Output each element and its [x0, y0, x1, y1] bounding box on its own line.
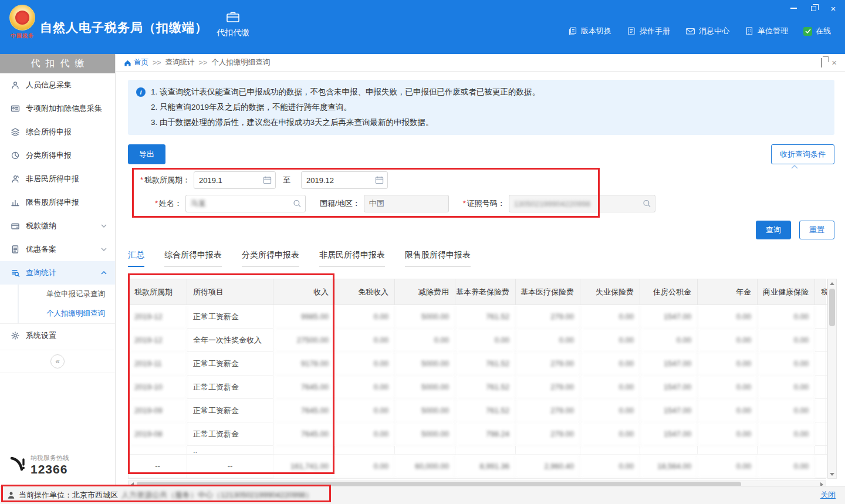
- sidebar-item-unit-report-query[interactable]: 单位申报记录查询: [18, 285, 115, 304]
- hotline-label: 纳税服务热线: [31, 454, 69, 462]
- table-row[interactable]: 2019-12正常工资薪金9985.000.005000.00761.52279…: [129, 305, 826, 329]
- sidebar-item-preferential-filing[interactable]: 优惠备案: [0, 238, 115, 261]
- total-row[interactable]: ----161,741.000.0060,000.008,991.362,960…: [129, 455, 826, 478]
- online-status[interactable]: 在线: [803, 26, 831, 36]
- search-icon[interactable]: [643, 199, 651, 208]
- layers-icon: [11, 127, 20, 137]
- column-header[interactable]: 免税收入: [335, 279, 395, 305]
- hotline-block: 纳税服务热线 12366: [8, 454, 69, 476]
- sidebar-item-system-settings[interactable]: 系统设置: [0, 324, 115, 347]
- sidebar-item-comprehensive-income[interactable]: 综合所得申报: [0, 120, 115, 144]
- column-header[interactable]: 年金: [698, 279, 758, 305]
- table-cell: 7645.00: [273, 422, 335, 446]
- tab-comprehensive-income[interactable]: 综合所得申报表: [164, 250, 222, 267]
- vertical-scrollbar[interactable]: [827, 279, 837, 479]
- building-icon: [745, 26, 754, 36]
- column-header[interactable]: 住房公积金: [640, 279, 698, 305]
- panel-restore-icon[interactable]: [821, 59, 822, 67]
- table-cell: [815, 329, 827, 352]
- table-cell: 761.52: [455, 399, 516, 422]
- breadcrumb-home-link[interactable]: 首页: [124, 57, 148, 67]
- scroll-up-icon[interactable]: [828, 279, 836, 287]
- nav-tab-withholding[interactable]: 代扣代缴: [207, 11, 259, 38]
- column-header[interactable]: 所得项目: [187, 279, 273, 305]
- column-header[interactable]: 收入: [273, 279, 335, 305]
- column-header[interactable]: 商业健康保险: [758, 279, 815, 305]
- tab-summary[interactable]: 汇总: [128, 250, 144, 267]
- sidebar-item-personal-withholding-query[interactable]: 个人扣缴明细查询: [18, 304, 115, 323]
- calendar-icon[interactable]: [263, 176, 272, 185]
- sidebar-item-restricted-stock[interactable]: 限售股所得申报: [0, 191, 115, 214]
- column-header[interactable]: 失业保险费: [580, 279, 640, 305]
- table-cell: 7645.00: [273, 376, 335, 399]
- breadcrumb-item-current: 个人扣缴明细查询: [211, 57, 270, 67]
- table-cell: 279.00: [516, 422, 580, 446]
- nationality-label: 国籍/地区：: [320, 198, 360, 209]
- table-cell: 0.00: [758, 305, 815, 329]
- minimize-icon[interactable]: [789, 4, 798, 13]
- top-link-label: 消息中心: [699, 26, 729, 36]
- table-cell: 0.00: [455, 329, 516, 352]
- table-cell: 5000.00: [395, 422, 455, 446]
- sidebar-item-special-deduction[interactable]: 专项附加扣除信息采集: [0, 97, 115, 120]
- period-from-input[interactable]: 2019.1: [194, 171, 276, 189]
- required-asterisk: *: [463, 199, 466, 208]
- id-number-label: 证照号码：: [467, 199, 505, 208]
- sidebar-item-personnel-info[interactable]: 人员信息采集: [0, 73, 115, 97]
- table-cell: 0.00: [698, 399, 758, 422]
- table-row[interactable]: 2019-10正常工资薪金7645.000.005000.00761.52279…: [129, 376, 826, 399]
- horizontal-scrollbar[interactable]: [128, 481, 826, 486]
- restore-icon[interactable]: [809, 4, 818, 13]
- notice-box: i 1. 该查询统计表仅能查询已申报成功的数据，不包含未申报、申报失败，已申报但…: [128, 80, 834, 135]
- column-header[interactable]: 税: [815, 279, 827, 305]
- results-table-wrap: 税款所属期所得项目收入免税收入减除费用基本养老保险费基本医疗保险费失业保险费住房…: [128, 279, 837, 486]
- nationality-value: 中国: [369, 198, 384, 209]
- sidebar-collapse-button[interactable]: «: [50, 354, 65, 368]
- notice-line: 3. 由于数据处理的滞后性，建议您在申报成功3天之后再来查询最新的申报数据。: [151, 115, 540, 130]
- version-switch-link[interactable]: 版本切换: [568, 26, 611, 36]
- close-icon[interactable]: ×: [829, 4, 838, 13]
- table-cell: 279.00: [516, 376, 580, 399]
- sidebar-item-nonresident-income[interactable]: 非居民所得申报: [0, 167, 115, 191]
- vertical-scroll-thumb[interactable]: [829, 289, 835, 326]
- calendar-icon[interactable]: [375, 176, 384, 185]
- unit-management-link[interactable]: 单位管理: [745, 26, 788, 36]
- sidebar-item-tax-payment[interactable]: 税款缴纳: [0, 214, 115, 238]
- table-body: 2019-12正常工资薪金9985.000.005000.00761.52279…: [129, 305, 826, 478]
- table-row[interactable]: 2019-11正常工资薪金9178.000.005000.00761.52279…: [129, 352, 826, 376]
- collapse-query-button[interactable]: 收折查询条件: [771, 144, 834, 164]
- table-cell: 8,991.36: [455, 455, 516, 478]
- table-cell: ..: [187, 446, 273, 455]
- table-row[interactable]: 2019-09正常工资薪金7645.000.005000.00761.52279…: [129, 399, 826, 422]
- column-header[interactable]: 税款所属期: [129, 279, 187, 305]
- message-center-link[interactable]: 消息中心: [685, 26, 729, 36]
- close-link[interactable]: 关闭: [820, 490, 836, 500]
- scroll-down-icon[interactable]: [828, 470, 836, 478]
- sidebar-item-query-statistics[interactable]: 查询统计: [0, 261, 115, 285]
- column-header[interactable]: 减除费用: [395, 279, 455, 305]
- tab-classified-income[interactable]: 分类所得申报表: [242, 250, 299, 267]
- nav-tab-label: 代扣代缴: [207, 28, 259, 38]
- column-header[interactable]: 基本养老保险费: [455, 279, 516, 305]
- partial-row[interactable]: ..: [129, 446, 826, 455]
- table-row[interactable]: 2019-08正常工资薪金7645.000.005000.00798.24279…: [129, 422, 826, 446]
- sidebar-item-label: 专项附加扣除信息采集: [26, 103, 102, 114]
- horizontal-scroll-thumb[interactable]: [137, 482, 741, 486]
- sidebar-item-classified-income[interactable]: 分类所得申报: [0, 144, 115, 167]
- tab-nonresident-income[interactable]: 非居民所得申报表: [319, 250, 385, 267]
- column-header[interactable]: 基本医疗保险费: [516, 279, 580, 305]
- reset-button[interactable]: 重置: [799, 221, 834, 239]
- panel-close-icon[interactable]: ×: [832, 57, 837, 67]
- document-icon: [11, 245, 20, 254]
- search-button[interactable]: 查询: [756, 221, 791, 239]
- export-button[interactable]: 导出: [128, 144, 165, 164]
- search-icon[interactable]: [293, 199, 302, 208]
- manual-link[interactable]: 操作手册: [627, 26, 670, 36]
- id-number-input[interactable]: 130502199904220998: [509, 195, 655, 212]
- tab-restricted-stock[interactable]: 限售股所得申报表: [405, 250, 471, 267]
- table-cell: 0.00: [580, 352, 640, 376]
- period-to-input[interactable]: 2019.12: [301, 171, 388, 189]
- table-row[interactable]: 2019-12全年一次性奖金收入27500.000.000.000.000.00…: [129, 329, 826, 352]
- nationality-input[interactable]: 中国: [364, 195, 449, 212]
- name-input[interactable]: 马某: [185, 195, 306, 212]
